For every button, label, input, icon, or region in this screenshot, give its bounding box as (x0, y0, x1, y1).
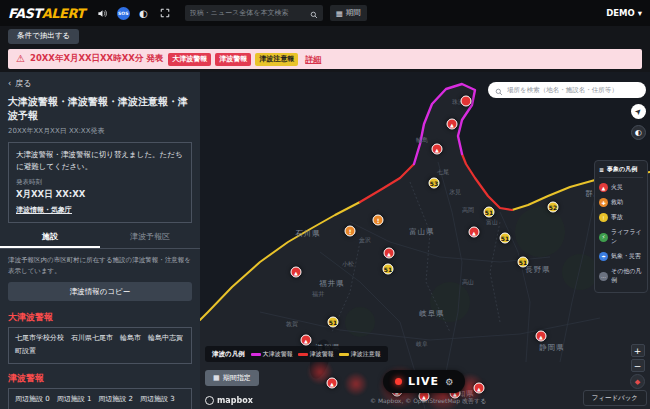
event-category-icon: ⚡ (599, 233, 608, 242)
tsunami-alert-banner[interactable]: ⚠ 20XX年X月XX日XX時XX分 発表 大津波警報津波警報津波注意報 詳細 (8, 49, 642, 69)
fire-event-marker[interactable]: ▲ (469, 227, 480, 238)
map-style-toggle-button[interactable]: ◐ (631, 125, 646, 140)
sidebar-title: 大津波警報・津波警報・津波注意報・津波予報 (0, 92, 200, 124)
tsunami-info-sidebar: ‹ 戻る 大津波警報・津波警報・津波注意報・津波予報 20XX年XX月XX日 X… (0, 72, 200, 409)
period-filter-button[interactable]: ▦ 期間 (330, 5, 367, 21)
fire-event-marker[interactable]: ▲ (432, 144, 443, 155)
tab-facilities[interactable]: 施設 (0, 227, 100, 248)
sidebar-tabs: 施設 津波予報区 (0, 227, 200, 249)
alert-level-badge: 津波警報 (215, 53, 251, 66)
notice-message: 大津波警報・津波警報に切り替えました。ただちに避難してください。 (16, 149, 184, 172)
map-attribution[interactable]: © Mapbox, © OpenStreetMap 改善する (370, 397, 486, 406)
mapbox-logo[interactable]: mapbox (205, 396, 253, 405)
tab-description: 津波予報区内の市区町村に所在する施設の津波警報・注意報を表示しています。 (0, 249, 200, 279)
global-search-input[interactable] (190, 9, 307, 17)
gear-icon[interactable]: ⚙ (445, 377, 453, 387)
warning-sections: 大津波警報七尾市学校分校 石川県七尾市 輪島市 輪島中志賀町設置津波警報周辺施設… (0, 308, 200, 409)
fire-event-marker[interactable]: ▲ (474, 383, 485, 394)
alert-pin-marker[interactable] (461, 96, 472, 107)
event-count-marker[interactable]: 53 (429, 178, 440, 189)
event-count-marker[interactable]: 51 (328, 317, 339, 328)
map-period-button[interactable]: ▦ 期間指定 (205, 370, 259, 386)
region-label: 岐阜県 (419, 309, 445, 319)
fire-event-marker[interactable]: ▲ (327, 378, 338, 389)
alert-level-badge: 津波注意報 (255, 53, 298, 66)
city-label: 福井 (312, 290, 324, 299)
event-legend-label: その他の凡例 (611, 267, 643, 285)
event-legend-item[interactable]: …その他の凡例 (599, 264, 643, 288)
menu-icon: ≡ (599, 166, 604, 173)
region-label: 石川県 (295, 229, 321, 239)
zoom-out-button[interactable]: − (631, 359, 645, 372)
geolocate-button[interactable]: ➤ (631, 104, 646, 119)
alert-detail-link[interactable]: 詳細 (305, 54, 321, 65)
fire-event-marker[interactable]: ▲ (301, 335, 312, 346)
fire-event-marker[interactable]: ▲ (384, 248, 395, 259)
fastalert-logo: FAST ALERT (8, 6, 85, 21)
tsunami-legend-title: 津波の凡例 (212, 350, 245, 359)
fullscreen-icon[interactable] (158, 6, 172, 20)
event-category-icon: ! (599, 213, 608, 222)
event-legend-panel: ≡ 事象の凡例 ▲火災✚救助!事故⚡ライフライン☂気象・災害…その他の凡例 (594, 160, 648, 293)
city-label: 岐阜 (416, 340, 428, 349)
fire-event-marker[interactable]: ▲ (291, 267, 302, 278)
event-count-marker[interactable]: 51 (500, 233, 511, 244)
fire-event-marker[interactable]: ▲ (447, 119, 458, 130)
event-legend-item[interactable]: ⚡ライフライン (599, 225, 643, 249)
event-legend-item[interactable]: ✚救助 (599, 195, 643, 210)
region-label: 長野県 (525, 265, 551, 275)
alert-badges: 大津波警報津波警報津波注意報 (168, 53, 298, 66)
search-icon[interactable] (310, 4, 318, 23)
account-menu[interactable]: DEMO ▾ (606, 8, 642, 18)
city-label: 七尾 (437, 168, 449, 177)
event-category-icon: ☂ (599, 252, 608, 261)
tsunami-level-swatch (298, 353, 308, 356)
tsunami-legend-item: 大津波警報 (251, 350, 293, 359)
zoom-controls: + − ◆ (630, 344, 645, 389)
map-search-input[interactable] (507, 86, 639, 94)
event-legend-item[interactable]: ▲火災 (599, 180, 643, 195)
feedback-button[interactable]: フィードバック (583, 390, 647, 406)
city-label: 富山 (486, 218, 498, 227)
event-count-marker[interactable]: 51 (484, 207, 495, 218)
live-mode-button[interactable]: LIVE ⚙ (383, 370, 465, 393)
event-category-icon: ✚ (599, 198, 608, 207)
event-count-marker[interactable]: 51 (383, 264, 394, 275)
extract-conditions-button[interactable]: 条件で抽出する (8, 29, 79, 44)
event-legend-label: 救助 (611, 198, 623, 207)
tab-forecast-zones[interactable]: 津波予報区 (100, 227, 200, 248)
tsunami-legend-item: 津波警報 (298, 350, 334, 359)
warning-facility-list[interactable]: 七尾市学校分校 石川県七尾市 輪島市 輪島中志賀町設置 (8, 327, 192, 364)
tsunami-legend-items: 大津波警報津波警報津波注意報 (251, 350, 381, 359)
event-legend-item[interactable]: !事故 (599, 210, 643, 225)
account-label: DEMO (606, 8, 635, 18)
event-legend-item[interactable]: ☂気象・災害 (599, 249, 643, 264)
compass-button[interactable]: ◆ (630, 374, 645, 389)
sound-icon[interactable] (96, 6, 110, 20)
warning-event-marker[interactable]: ! (373, 215, 384, 226)
warning-facility-list[interactable]: 周辺施設 0 周辺施設 1 周辺施設 2 周辺施設 3 (8, 388, 192, 409)
event-legend-items: ▲火災✚救助!事故⚡ライフライン☂気象・災害…その他の凡例 (599, 180, 643, 288)
incident-cluster-glow (344, 372, 368, 396)
event-count-marker[interactable]: 52 (548, 202, 559, 213)
event-legend-title: 事象の凡例 (607, 165, 637, 174)
locate-arrow-icon: ➤ (633, 106, 644, 117)
fire-event-marker[interactable]: ▲ (536, 331, 547, 342)
live-red-dot (395, 378, 402, 385)
warning-event-marker[interactable]: ! (345, 226, 356, 237)
content-area: ‹ 戻る 大津波警報・津波警報・津波注意報・津波予報 20XX年XX月XX日 X… (0, 72, 650, 409)
event-legend-header[interactable]: ≡ 事象の凡例 (599, 165, 643, 178)
calendar-icon: ▦ (213, 374, 220, 382)
map[interactable]: 石川県富山県群馬県長野県福井県岐阜県滋賀県静岡県愛知県輪島珠洲七尾氷見高岡富山金… (200, 72, 650, 409)
city-label: 輪島 (416, 136, 428, 145)
copy-tsunami-info-button[interactable]: 津波情報のコピー (8, 282, 192, 301)
tsunami-source-link[interactable]: 津波情報・気象庁 (16, 205, 72, 216)
contrast-icon[interactable]: ◐ (137, 6, 151, 20)
back-button[interactable]: ‹ 戻る (0, 72, 200, 92)
event-legend-label: ライフライン (611, 228, 643, 246)
sos-badge[interactable]: SOS (117, 7, 130, 20)
event-count-marker[interactable]: 51 (518, 257, 529, 268)
city-label: 小松 (342, 260, 354, 269)
zoom-in-button[interactable]: + (631, 344, 645, 357)
event-legend-label: 火災 (611, 183, 623, 192)
